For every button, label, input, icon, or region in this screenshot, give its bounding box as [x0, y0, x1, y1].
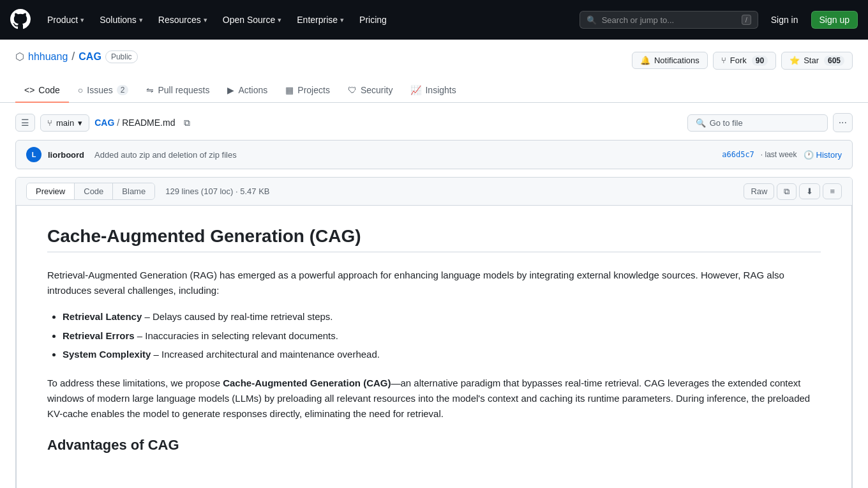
search-icon: 🔍 — [587, 15, 597, 25]
readme-title: Cache-Augmented Generation (CAG) — [47, 226, 821, 252]
actions-icon: ▶ — [227, 85, 234, 95]
file-toolbar: Preview Code Blame 129 lines (107 loc) ·… — [16, 178, 852, 206]
tab-pull-requests[interactable]: ⇋ Pull requests — [137, 79, 218, 103]
commit-message-text: Added auto zip and deletion of zip files — [94, 150, 237, 160]
breadcrumb-root-link[interactable]: CAG — [94, 118, 114, 128]
branch-chevron-icon: ▾ — [78, 118, 82, 128]
preview-tab[interactable]: Preview — [27, 183, 75, 199]
raw-button[interactable]: Raw — [744, 183, 774, 199]
repo-owner-link[interactable]: hhhuang — [28, 51, 68, 63]
list-item: Retrieval Errors – Inaccuracies in selec… — [63, 328, 821, 344]
security-icon: 🛡 — [348, 85, 357, 95]
branch-selector[interactable]: ⑂ main ▾ — [40, 114, 89, 132]
nav-enterprise[interactable]: Enterprise ▾ — [290, 11, 350, 29]
nav-open-source[interactable]: Open Source ▾ — [216, 11, 288, 29]
projects-icon: ▦ — [285, 85, 294, 95]
tab-issues[interactable]: ○ Issues 2 — [69, 79, 138, 103]
history-button[interactable]: 🕐 History — [804, 150, 842, 160]
star-button[interactable]: ⭐ Star 605 — [781, 52, 853, 70]
insights-icon: 📈 — [410, 85, 421, 95]
solutions-chevron-icon: ▾ — [139, 16, 143, 24]
commit-hash[interactable]: a66d5c7 — [722, 150, 754, 159]
nav-resources[interactable]: Resources ▾ — [152, 11, 214, 29]
commit-author-name[interactable]: liorboord — [48, 150, 84, 160]
tab-insights[interactable]: 📈 Insights — [401, 79, 465, 103]
issues-badge: 2 — [117, 85, 129, 95]
tab-projects[interactable]: ▦ Projects — [276, 79, 339, 103]
list-item: Retrieval Latency – Delays caused by rea… — [63, 309, 821, 325]
pr-icon: ⇋ — [146, 85, 154, 95]
sign-up-button[interactable]: Sign up — [811, 11, 858, 29]
global-search[interactable]: 🔍 Search or jump to... / — [580, 11, 758, 29]
repo-header: ⬡ hhhuang / CAG Public 🔔 Notifications ⑂… — [0, 40, 868, 103]
file-content: Cache-Augmented Generation (CAG) Retriev… — [16, 206, 852, 488]
nav-product[interactable]: Product ▾ — [41, 11, 91, 29]
notifications-button[interactable]: 🔔 Notifications — [632, 52, 708, 69]
star-icon: ⭐ — [789, 56, 800, 65]
blame-tab[interactable]: Blame — [113, 183, 154, 199]
product-chevron-icon: ▾ — [80, 16, 84, 24]
go-to-file-button[interactable]: 🔍 Go to file — [687, 114, 828, 132]
repo-action-buttons: 🔔 Notifications ⑂ Fork 90 ⭐ Star 605 — [632, 52, 853, 70]
search-placeholder-text: Search or jump to... — [602, 15, 737, 25]
repo-icon: ⬡ — [15, 50, 24, 63]
go-to-file-label: Go to file — [710, 118, 743, 128]
proposal-prefix: To address these limitations, we propose — [47, 377, 223, 388]
download-button[interactable]: ⬇ — [799, 183, 820, 199]
code-tab[interactable]: Code — [75, 183, 113, 199]
readme-challenges-list: Retrieval Latency – Delays caused by rea… — [63, 309, 821, 363]
repo-tabs: <> Code ○ Issues 2 ⇋ Pull requests ▶ Act… — [15, 79, 853, 102]
challenge-desc-1: – Delays caused by real-time retrieval s… — [144, 311, 333, 322]
nav-pricing[interactable]: Pricing — [353, 11, 393, 29]
sidebar-toggle-button[interactable]: ☰ — [15, 114, 35, 132]
code-icon: <> — [24, 85, 34, 95]
file-nav-right: 🔍 Go to file ··· — [687, 113, 853, 132]
copy-raw-button[interactable]: ⧉ — [777, 183, 797, 200]
main-content: ☰ ⑂ main ▾ CAG / README.md ⧉ 🔍 Go to fil… — [0, 103, 868, 488]
proposal-term: Cache-Augmented Generation (CAG) — [223, 377, 391, 388]
enterprise-chevron-icon: ▾ — [340, 16, 344, 24]
list-icon: ≡ — [830, 187, 835, 196]
commit-author-avatar: L — [26, 147, 41, 162]
github-logo[interactable] — [10, 9, 31, 31]
challenge-term-3: System Complexity — [63, 349, 151, 360]
commit-info-row: L liorboord Added auto zip and deletion … — [15, 140, 853, 169]
sidebar-icon: ☰ — [21, 118, 29, 128]
fork-button[interactable]: ⑂ Fork 90 — [713, 52, 776, 70]
more-options-button[interactable]: ··· — [833, 113, 853, 132]
copy-path-button[interactable]: ⧉ — [180, 116, 194, 130]
copy-raw-icon: ⧉ — [784, 187, 789, 197]
breadcrumb-path-sep: / — [117, 118, 119, 128]
file-breadcrumb: CAG / README.md — [94, 118, 175, 128]
nav-right-actions: 🔍 Search or jump to... / Sign in Sign up — [580, 11, 858, 29]
fork-icon: ⑂ — [721, 56, 726, 65]
tab-security[interactable]: 🛡 Security — [339, 79, 402, 103]
sign-in-button[interactable]: Sign in — [766, 11, 804, 28]
file-view-tabs: Preview Code Blame — [26, 183, 155, 200]
copy-icon: ⧉ — [184, 118, 190, 128]
list-view-button[interactable]: ≡ — [823, 183, 842, 199]
readme-advantages-heading: Advantages of CAG — [47, 437, 821, 454]
file-toolbar-actions: Raw ⧉ ⬇ ≡ — [744, 183, 842, 200]
star-count: 605 — [824, 56, 844, 66]
more-icon: ··· — [839, 117, 847, 128]
history-icon: 🕐 — [804, 150, 814, 160]
file-view-container: Preview Code Blame 129 lines (107 loc) ·… — [15, 177, 853, 488]
nav-solutions[interactable]: Solutions ▾ — [93, 11, 149, 29]
fork-count: 90 — [752, 56, 768, 66]
commit-meta: a66d5c7 · last week 🕐 History — [722, 150, 842, 160]
tab-actions[interactable]: ▶ Actions — [218, 79, 276, 103]
repo-breadcrumb: ⬡ hhhuang / CAG Public — [15, 50, 138, 63]
challenge-desc-3: – Increased architectural and maintenanc… — [154, 349, 380, 360]
search-file-icon: 🔍 — [696, 118, 706, 128]
readme-proposal: To address these limitations, we propose… — [47, 376, 821, 422]
repo-visibility-badge: Public — [105, 50, 138, 63]
repo-name-link[interactable]: CAG — [79, 51, 101, 63]
list-item: System Complexity – Increased architectu… — [63, 346, 821, 363]
tab-code[interactable]: <> Code — [15, 79, 69, 103]
challenge-term-1: Retrieval Latency — [63, 311, 142, 322]
challenge-desc-2: – Inaccuracies in selecting relevant doc… — [137, 330, 338, 341]
readme-intro: Retrieval-Augmented Generation (RAG) has… — [47, 268, 821, 298]
open-source-chevron-icon: ▾ — [278, 16, 281, 24]
commit-time: · last week — [761, 150, 797, 159]
